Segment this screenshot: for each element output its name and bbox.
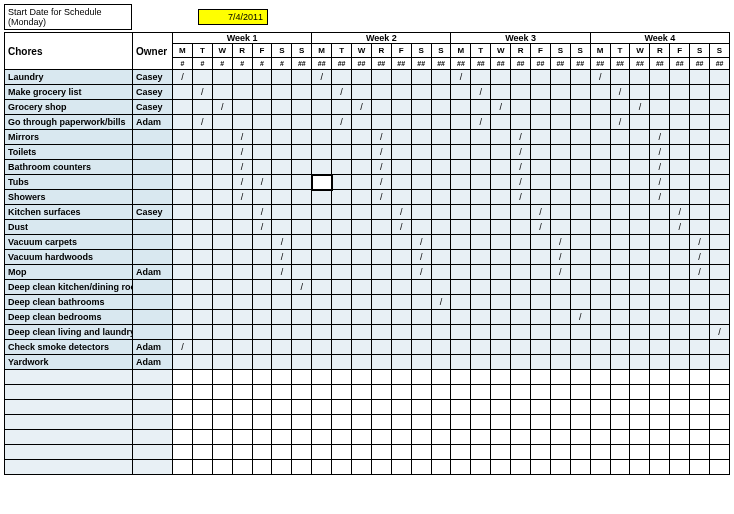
schedule-cell[interactable] (352, 295, 372, 310)
schedule-cell[interactable] (232, 325, 252, 340)
schedule-cell[interactable]: / (471, 85, 491, 100)
schedule-cell[interactable] (212, 355, 232, 370)
schedule-cell[interactable] (451, 430, 471, 445)
schedule-cell[interactable] (352, 115, 372, 130)
schedule-cell[interactable] (511, 430, 531, 445)
schedule-cell[interactable] (272, 220, 292, 235)
schedule-cell[interactable] (511, 295, 531, 310)
schedule-cell[interactable] (391, 160, 411, 175)
schedule-cell[interactable] (451, 340, 471, 355)
schedule-cell[interactable] (391, 445, 411, 460)
schedule-cell[interactable] (252, 400, 272, 415)
chore-owner[interactable] (133, 325, 173, 340)
schedule-cell[interactable] (352, 175, 372, 190)
schedule-cell[interactable] (192, 430, 212, 445)
schedule-cell[interactable] (511, 280, 531, 295)
schedule-cell[interactable] (491, 115, 511, 130)
schedule-cell[interactable] (292, 430, 312, 445)
schedule-cell[interactable] (232, 340, 252, 355)
schedule-cell[interactable] (411, 415, 431, 430)
schedule-cell[interactable] (491, 415, 511, 430)
schedule-cell[interactable]: / (371, 175, 391, 190)
schedule-cell[interactable] (252, 115, 272, 130)
schedule-cell[interactable] (710, 400, 730, 415)
schedule-cell[interactable] (531, 400, 551, 415)
schedule-cell[interactable] (391, 265, 411, 280)
schedule-cell[interactable] (650, 85, 670, 100)
schedule-cell[interactable] (610, 130, 630, 145)
schedule-cell[interactable] (173, 310, 193, 325)
schedule-cell[interactable] (511, 340, 531, 355)
schedule-cell[interactable] (491, 235, 511, 250)
schedule-cell[interactable]: / (252, 205, 272, 220)
schedule-cell[interactable] (690, 70, 710, 85)
schedule-cell[interactable] (590, 280, 610, 295)
schedule-cell[interactable] (590, 325, 610, 340)
schedule-cell[interactable] (431, 175, 451, 190)
schedule-cell[interactable] (212, 460, 232, 475)
schedule-cell[interactable] (431, 235, 451, 250)
schedule-cell[interactable] (670, 310, 690, 325)
schedule-cell[interactable] (173, 265, 193, 280)
schedule-cell[interactable] (471, 295, 491, 310)
schedule-cell[interactable] (192, 460, 212, 475)
schedule-cell[interactable] (570, 205, 590, 220)
schedule-cell[interactable] (670, 430, 690, 445)
schedule-cell[interactable] (332, 220, 352, 235)
schedule-cell[interactable] (710, 280, 730, 295)
schedule-cell[interactable]: / (371, 190, 391, 205)
schedule-cell[interactable] (292, 145, 312, 160)
schedule-cell[interactable] (431, 70, 451, 85)
schedule-cell[interactable] (550, 175, 570, 190)
schedule-cell[interactable]: / (650, 130, 670, 145)
schedule-cell[interactable] (292, 235, 312, 250)
schedule-cell[interactable] (411, 115, 431, 130)
schedule-cell[interactable]: / (511, 145, 531, 160)
schedule-cell[interactable] (650, 235, 670, 250)
schedule-cell[interactable] (531, 160, 551, 175)
schedule-cell[interactable] (312, 460, 332, 475)
schedule-cell[interactable] (650, 430, 670, 445)
schedule-cell[interactable] (431, 280, 451, 295)
schedule-cell[interactable] (371, 100, 391, 115)
schedule-cell[interactable] (272, 445, 292, 460)
schedule-cell[interactable] (332, 430, 352, 445)
schedule-cell[interactable] (610, 70, 630, 85)
schedule-cell[interactable] (391, 190, 411, 205)
schedule-cell[interactable]: / (570, 310, 590, 325)
schedule-cell[interactable] (491, 250, 511, 265)
schedule-cell[interactable] (531, 280, 551, 295)
schedule-cell[interactable] (192, 340, 212, 355)
schedule-cell[interactable] (332, 205, 352, 220)
schedule-cell[interactable]: / (371, 145, 391, 160)
schedule-cell[interactable] (371, 370, 391, 385)
chore-owner[interactable] (133, 460, 173, 475)
schedule-cell[interactable] (192, 400, 212, 415)
chore-owner[interactable] (133, 430, 173, 445)
schedule-cell[interactable] (650, 100, 670, 115)
schedule-cell[interactable] (491, 445, 511, 460)
schedule-cell[interactable] (173, 460, 193, 475)
schedule-cell[interactable] (312, 295, 332, 310)
chore-name[interactable] (5, 385, 133, 400)
schedule-cell[interactable]: / (511, 160, 531, 175)
schedule-cell[interactable]: / (332, 85, 352, 100)
schedule-cell[interactable]: / (352, 100, 372, 115)
schedule-cell[interactable] (451, 445, 471, 460)
schedule-cell[interactable] (411, 160, 431, 175)
schedule-cell[interactable] (352, 340, 372, 355)
schedule-cell[interactable] (570, 385, 590, 400)
schedule-cell[interactable] (511, 85, 531, 100)
schedule-cell[interactable]: / (371, 130, 391, 145)
schedule-cell[interactable] (232, 235, 252, 250)
schedule-cell[interactable] (531, 250, 551, 265)
schedule-cell[interactable] (630, 190, 650, 205)
schedule-cell[interactable] (570, 325, 590, 340)
schedule-cell[interactable] (610, 430, 630, 445)
schedule-cell[interactable] (531, 430, 551, 445)
schedule-cell[interactable] (590, 100, 610, 115)
schedule-cell[interactable] (173, 325, 193, 340)
chore-name[interactable]: Toilets (5, 145, 133, 160)
schedule-cell[interactable] (491, 400, 511, 415)
schedule-cell[interactable] (232, 70, 252, 85)
